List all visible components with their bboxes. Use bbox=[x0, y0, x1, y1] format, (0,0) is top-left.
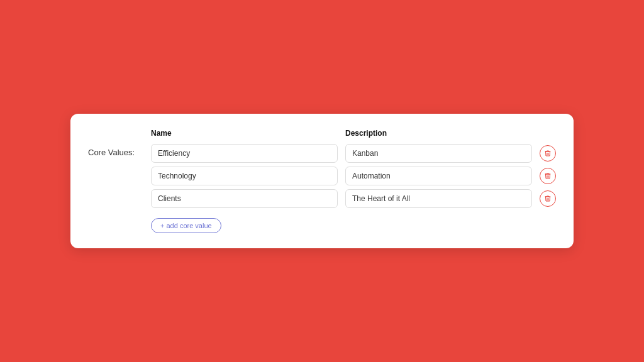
delete-button-3[interactable] bbox=[540, 190, 556, 207]
name-input-2[interactable] bbox=[151, 167, 338, 185]
name-input-1[interactable] bbox=[151, 144, 338, 163]
header-spacer bbox=[540, 129, 556, 138]
core-values-table: Name Description bbox=[151, 129, 556, 233]
description-input-1[interactable] bbox=[345, 144, 532, 163]
core-values-card: Core Values: Name Description bbox=[70, 114, 574, 248]
name-input-3[interactable] bbox=[151, 189, 338, 208]
delete-button-1[interactable] bbox=[540, 145, 556, 162]
add-core-value-button[interactable]: + add core value bbox=[151, 218, 221, 233]
description-input-3[interactable] bbox=[345, 189, 532, 208]
description-column-header: Description bbox=[345, 129, 532, 138]
table-row bbox=[151, 167, 556, 185]
delete-button-2[interactable] bbox=[540, 168, 556, 184]
table-row bbox=[151, 144, 556, 163]
table-header: Name Description bbox=[151, 129, 556, 140]
table-row bbox=[151, 189, 556, 208]
name-column-header: Name bbox=[151, 129, 338, 138]
description-input-2[interactable] bbox=[345, 167, 532, 185]
core-values-label: Core Values: bbox=[88, 129, 138, 157]
